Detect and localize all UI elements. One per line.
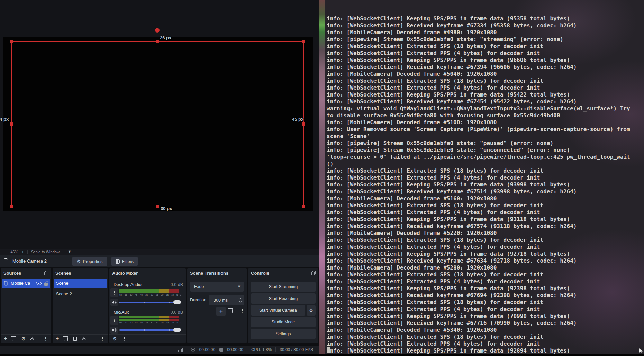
zoom-out-button[interactable]: − [5,250,7,254]
remove-transition-button[interactable] [229,309,233,313]
settings-button[interactable]: Settings [251,329,316,339]
terminal-log-line: info: [WebSocketClient] Extracted SPS (1… [327,43,644,50]
terminal-log-line: info: [WebSocketClient] Keeping SPS/PPS … [327,181,644,188]
transition-select[interactable]: Fade ▼ [190,282,244,292]
remove-scene-button[interactable] [64,337,68,341]
handle-bottom-left[interactable] [10,205,13,208]
move-source-up-button[interactable] [30,337,34,341]
popout-icon[interactable] [179,271,183,275]
terminal-log-line: info: [MobileCamera] Decoded frame #5100… [327,119,644,126]
add-scene-button[interactable]: + [56,336,59,341]
scene-item-selected[interactable]: Scene [54,279,107,288]
duration-spinbox[interactable]: 300 ms [209,295,244,305]
slider-track[interactable] [119,302,181,303]
unlock-icon[interactable] [44,283,48,286]
popout-icon[interactable] [101,271,105,275]
scenes-menu-button[interactable]: ⋮ [100,336,105,341]
scale-mode-select[interactable]: Scale to Window [31,250,60,254]
advanced-audio-button[interactable]: ⚙ [112,336,117,341]
crop-left-label: 64 px [0,117,9,122]
popout-icon[interactable] [311,271,316,275]
filters-button[interactable]: Filters [111,257,138,266]
mixer-menu-button[interactable]: ⋮ [122,336,127,341]
scale-tick: -40 [139,294,143,296]
terminal-log-line: info: [WebSocketClient] Received keyfram… [327,22,644,29]
visibility-eye-icon[interactable] [36,282,42,285]
add-transition-button[interactable]: + [216,307,226,316]
move-scene-up-button[interactable] [82,337,86,341]
studio-mode-button[interactable]: Studio Mode [251,317,316,327]
terminal-log-line: scene 'Scene' [327,133,644,140]
record-status-icon [219,348,223,352]
source-item-mobile-camera[interactable]: Mobile Ca [2,279,50,288]
scene-filters-button[interactable] [73,337,77,341]
scale-tick: 0 [180,294,181,296]
window-edge-strip [319,0,325,356]
terminal-log-line: info: [WebSocketClient] Received keyfram… [327,292,644,299]
transform-bounding-box[interactable] [11,41,304,207]
mute-button[interactable] [110,299,118,306]
slider-handle[interactable] [173,300,181,304]
volume-slider[interactable] [119,300,181,305]
crop-bottom-line [157,208,157,212]
terminal-log-line: info: [WebSocketClient] Extracted SPS (1… [327,299,644,306]
zoom-level: 46% [10,250,18,254]
filters-label: Filters [122,259,134,264]
volume-slider[interactable] [119,328,181,332]
sources-menu-button[interactable]: ⋮ [43,336,48,341]
audio-mixer-panel: Audio Mixer Desktop Audio 0.0 dB ⋮ -60-5… [109,268,186,343]
add-source-button[interactable]: + [4,336,7,341]
scene-item-label: Scene 2 [56,292,105,296]
preview-area[interactable]: 26 px 45 px 30 px 64 px [0,0,319,249]
properties-button[interactable]: ⚙ Properties [72,257,107,266]
channel-menu-button[interactable]: ⋮ [110,288,118,297]
source-file-icon [4,258,8,263]
zoom-in-button[interactable]: + [21,250,24,254]
virtual-camera-config-button[interactable]: ⚙ [307,305,316,316]
scale-tick: -60 [119,321,122,324]
start-streaming-button[interactable]: Start Streaming [251,282,316,292]
slider-track[interactable] [119,329,181,331]
handle-bottom-right[interactable] [302,205,305,208]
terminal-log-line: info: [pipewire] Stream 0x55c9de1ebfe0 s… [327,140,644,147]
gear-icon: ⚙ [76,259,81,264]
scene-item[interactable]: Scene 2 [54,289,107,299]
screen: 26 px 45 px 30 px 64 px − 46% + Scale to… [0,0,644,356]
popout-icon[interactable] [240,271,244,275]
start-recording-button[interactable]: Start Recording [251,293,316,304]
scale-tick: -55 [124,294,127,296]
network-signal-icon [178,348,183,352]
filters-icon [116,259,120,264]
chevron-down-icon[interactable]: ▼ [69,250,71,253]
slider-handle[interactable] [173,328,181,332]
channel-header-row: Mic/Aux 0.0 dB [114,310,183,315]
terminal-log-line: info: [WebSocketClient] Received keyfram… [327,98,644,105]
remove-source-button[interactable] [12,337,16,341]
terminal-log-line: info: [WebSocketClient] Extracted PPS (4… [327,340,644,347]
handle-top-left[interactable] [10,40,13,43]
scale-tick: -60 [119,294,122,296]
stream-status-icon [191,348,195,352]
scene-item-label: Scene [56,281,105,286]
start-virtual-camera-button[interactable]: Start Virtual Camera [251,305,305,316]
handle-middle-left[interactable] [10,122,13,126]
sources-panel-title: Sources [3,271,21,276]
terminal-log-line: warning: virtual void QtWaylandClient::Q… [327,105,644,112]
handle-middle-right[interactable] [302,122,305,126]
handle-top-center[interactable] [156,40,159,43]
terminal-log-line: info: [WebSocketClient] Extracted PPS (4… [327,84,644,91]
transition-menu-button[interactable]: ⋮ [240,308,245,313]
terminal-window[interactable]: info: [WebSocketClient] Keeping SPS/PPS … [325,0,644,356]
channel-level: 0.0 dB [171,282,183,287]
scale-tick: -45 [134,321,137,324]
source-properties-button[interactable]: ⚙ [21,336,26,341]
terminal-log-line: info: [WebSocketClient] Keeping SPS/PPS … [327,285,644,292]
scale-tick: -15 [165,294,169,296]
mute-button[interactable] [110,327,118,334]
chevron-down-icon: ▼ [238,285,240,288]
handle-bottom-center[interactable] [156,205,159,208]
popout-icon[interactable] [44,271,48,275]
handle-top-right[interactable] [302,40,305,43]
channel-menu-button[interactable]: ⋮ [110,316,118,325]
terminal-log-line: info: [WebSocketClient] Extracted PPS (4… [327,50,644,57]
